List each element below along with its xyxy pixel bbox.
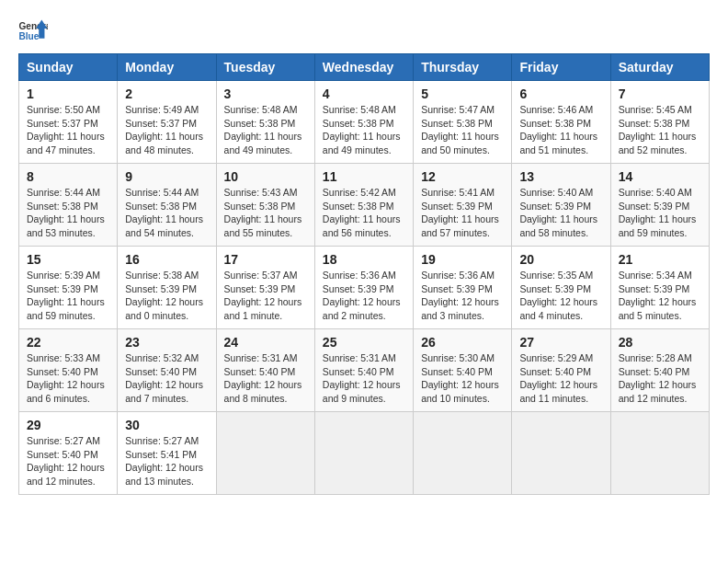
daylight-label: Daylight: 11 hours and 48 minutes. [125,131,203,155]
daylight-label: Daylight: 12 hours and 13 minutes. [125,462,203,487]
day-number: 29 [27,418,109,432]
sunrise-label: Sunrise: 5:34 AM [619,270,692,281]
day-info: Sunrise: 5:27 AM Sunset: 5:40 PM Dayligh… [27,434,109,488]
sunset-label: Sunset: 5:37 PM [27,118,98,129]
calendar-cell: 27 Sunrise: 5:29 AM Sunset: 5:40 PM Dayl… [512,329,610,412]
logo-icon: General Blue [18,18,48,44]
sunrise-label: Sunrise: 5:29 AM [519,352,593,363]
daylight-label: Daylight: 12 hours and 5 minutes. [619,296,697,321]
day-info: Sunrise: 5:33 AM Sunset: 5:40 PM Dayligh… [27,351,109,406]
sunrise-label: Sunrise: 5:31 AM [323,352,396,363]
sunset-label: Sunset: 5:40 PM [27,449,98,460]
sunset-label: Sunset: 5:38 PM [27,201,98,212]
calendar-week-row: 29 Sunrise: 5:27 AM Sunset: 5:40 PM Dayl… [19,412,710,495]
daylight-label: Daylight: 12 hours and 11 minutes. [519,379,597,404]
day-info: Sunrise: 5:32 AM Sunset: 5:40 PM Dayligh… [125,351,208,406]
day-number: 4 [323,86,405,101]
sunrise-label: Sunrise: 5:27 AM [125,435,199,446]
weekday-header-thursday: Thursday [414,54,512,81]
sunrise-label: Sunrise: 5:35 AM [519,270,593,281]
calendar-cell: 11 Sunrise: 5:42 AM Sunset: 5:38 PM Dayl… [314,164,413,247]
sunrise-label: Sunrise: 5:42 AM [323,187,396,198]
sunset-label: Sunset: 5:38 PM [421,118,493,129]
day-info: Sunrise: 5:34 AM Sunset: 5:39 PM Dayligh… [619,269,701,323]
day-number: 20 [519,252,602,267]
day-info: Sunrise: 5:44 AM Sunset: 5:38 PM Dayligh… [125,186,208,240]
day-info: Sunrise: 5:31 AM Sunset: 5:40 PM Dayligh… [224,351,307,406]
daylight-label: Daylight: 12 hours and 8 minutes. [224,379,302,404]
day-info: Sunrise: 5:28 AM Sunset: 5:40 PM Dayligh… [619,351,701,406]
calendar-cell: 12 Sunrise: 5:41 AM Sunset: 5:39 PM Dayl… [414,164,512,247]
weekday-header-friday: Friday [512,54,610,81]
daylight-label: Daylight: 11 hours and 57 minutes. [421,213,499,238]
sunrise-label: Sunrise: 5:48 AM [224,104,298,115]
calendar-cell: 17 Sunrise: 5:37 AM Sunset: 5:39 PM Dayl… [216,247,314,329]
day-number: 13 [519,169,602,184]
day-number: 24 [224,335,307,350]
day-number: 6 [519,86,602,101]
sunset-label: Sunset: 5:39 PM [421,201,493,212]
daylight-label: Daylight: 12 hours and 1 minute. [224,296,302,321]
calendar-cell: 10 Sunrise: 5:43 AM Sunset: 5:38 PM Dayl… [216,164,314,247]
sunset-label: Sunset: 5:40 PM [224,366,296,377]
day-info: Sunrise: 5:50 AM Sunset: 5:37 PM Dayligh… [27,103,109,157]
sunset-label: Sunset: 5:38 PM [619,118,690,129]
calendar-cell: 7 Sunrise: 5:45 AM Sunset: 5:38 PM Dayli… [610,81,709,164]
sunset-label: Sunset: 5:39 PM [27,283,98,294]
calendar-cell: 22 Sunrise: 5:33 AM Sunset: 5:40 PM Dayl… [19,329,118,412]
calendar-cell: 13 Sunrise: 5:40 AM Sunset: 5:39 PM Dayl… [512,164,610,247]
day-number: 22 [27,335,109,350]
sunrise-label: Sunrise: 5:40 AM [619,187,692,198]
weekday-header-tuesday: Tuesday [216,54,314,81]
sunset-label: Sunset: 5:39 PM [519,201,591,212]
daylight-label: Daylight: 12 hours and 4 minutes. [519,296,597,321]
calendar-week-row: 1 Sunrise: 5:50 AM Sunset: 5:37 PM Dayli… [19,81,710,164]
sunrise-label: Sunrise: 5:37 AM [224,270,298,281]
weekday-header-wednesday: Wednesday [314,54,413,81]
sunset-label: Sunset: 5:39 PM [619,201,690,212]
day-number: 19 [421,252,504,267]
daylight-label: Daylight: 11 hours and 52 minutes. [619,131,697,155]
day-info: Sunrise: 5:35 AM Sunset: 5:39 PM Dayligh… [519,269,602,323]
calendar-cell: 25 Sunrise: 5:31 AM Sunset: 5:40 PM Dayl… [314,329,413,412]
daylight-label: Daylight: 12 hours and 6 minutes. [27,379,105,404]
day-info: Sunrise: 5:42 AM Sunset: 5:38 PM Dayligh… [323,186,405,240]
calendar-cell: 20 Sunrise: 5:35 AM Sunset: 5:39 PM Dayl… [512,247,610,329]
weekday-header-monday: Monday [118,54,216,81]
page-header: General Blue [18,18,710,44]
daylight-label: Daylight: 11 hours and 59 minutes. [27,296,105,321]
sunrise-label: Sunrise: 5:50 AM [27,104,100,115]
sunrise-label: Sunrise: 5:28 AM [619,352,692,363]
day-number: 9 [125,169,208,184]
day-number: 18 [323,252,405,267]
calendar-cell: 18 Sunrise: 5:36 AM Sunset: 5:39 PM Dayl… [314,247,413,329]
daylight-label: Daylight: 11 hours and 59 minutes. [619,213,697,238]
calendar-cell: 8 Sunrise: 5:44 AM Sunset: 5:38 PM Dayli… [19,164,118,247]
weekday-header-row: SundayMondayTuesdayWednesdayThursdayFrid… [19,54,710,81]
day-info: Sunrise: 5:48 AM Sunset: 5:38 PM Dayligh… [224,103,307,157]
day-number: 30 [125,418,208,432]
daylight-label: Daylight: 12 hours and 12 minutes. [27,462,105,487]
day-info: Sunrise: 5:44 AM Sunset: 5:38 PM Dayligh… [27,186,109,240]
calendar-cell: 9 Sunrise: 5:44 AM Sunset: 5:38 PM Dayli… [118,164,216,247]
day-number: 7 [619,86,701,101]
sunset-label: Sunset: 5:37 PM [125,118,197,129]
calendar-cell: 3 Sunrise: 5:48 AM Sunset: 5:38 PM Dayli… [216,81,314,164]
day-number: 17 [224,252,307,267]
day-number: 14 [619,169,701,184]
day-info: Sunrise: 5:38 AM Sunset: 5:39 PM Dayligh… [125,269,208,323]
calendar-table: SundayMondayTuesdayWednesdayThursdayFrid… [18,53,710,495]
sunrise-label: Sunrise: 5:40 AM [519,187,593,198]
day-number: 15 [27,252,109,267]
calendar-cell: 23 Sunrise: 5:32 AM Sunset: 5:40 PM Dayl… [118,329,216,412]
sunset-label: Sunset: 5:38 PM [323,118,394,129]
sunrise-label: Sunrise: 5:27 AM [27,435,100,446]
daylight-label: Daylight: 12 hours and 3 minutes. [421,296,499,321]
day-number: 1 [27,86,109,101]
calendar-week-row: 8 Sunrise: 5:44 AM Sunset: 5:38 PM Dayli… [19,164,710,247]
daylight-label: Daylight: 11 hours and 56 minutes. [323,213,401,238]
calendar-cell: 30 Sunrise: 5:27 AM Sunset: 5:41 PM Dayl… [118,412,216,495]
daylight-label: Daylight: 12 hours and 12 minutes. [619,379,697,404]
day-info: Sunrise: 5:27 AM Sunset: 5:41 PM Dayligh… [125,434,208,488]
sunset-label: Sunset: 5:39 PM [519,283,591,294]
